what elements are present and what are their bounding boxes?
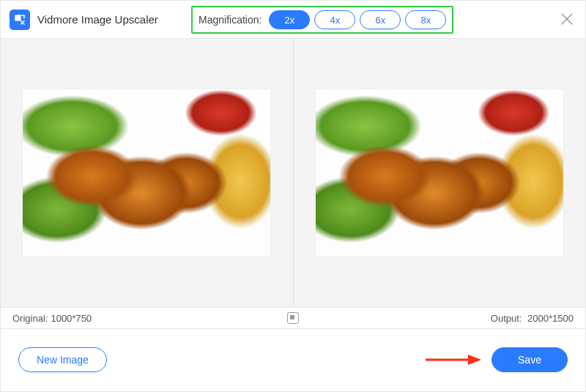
dimensions-bar: Original: 1000*750 Output: 2000*1500 [1, 307, 585, 329]
svg-rect-0 [15, 15, 21, 21]
app-window: Vidmore Image Upscaler Magnification: 2x… [0, 0, 586, 392]
compare-toggle-icon[interactable] [287, 312, 299, 324]
magnification-label: Magnification: [199, 14, 262, 26]
magnification-option-8x[interactable]: 8x [405, 10, 446, 29]
original-panel [1, 39, 293, 307]
arrow-annotation-icon [424, 352, 483, 367]
original-dim-label: Original: [12, 313, 48, 324]
app-title: Vidmore Image Upscaler [37, 13, 158, 26]
close-button[interactable] [559, 11, 575, 27]
magnification-group: Magnification: 2x 4x 6x 8x [191, 6, 453, 34]
food-photo-icon [316, 89, 563, 256]
output-dim: Output: 2000*1500 [491, 313, 574, 324]
magnification-option-2x[interactable]: 2x [269, 10, 310, 29]
magnification-option-6x[interactable]: 6x [360, 10, 401, 29]
output-dim-label: Output: [491, 313, 522, 324]
save-button[interactable]: Save [492, 347, 568, 372]
app-logo-icon [10, 10, 30, 30]
preview-area [1, 39, 585, 307]
header-bar: Vidmore Image Upscaler Magnification: 2x… [1, 1, 585, 39]
original-image [22, 89, 271, 257]
new-image-button[interactable]: New Image [18, 347, 107, 372]
svg-marker-4 [468, 355, 481, 365]
output-panel [294, 39, 586, 307]
output-image [315, 89, 564, 257]
magnification-option-4x[interactable]: 4x [314, 10, 355, 29]
footer-bar: New Image Save [1, 329, 585, 391]
output-dim-value: 2000*1500 [527, 313, 574, 324]
food-photo-icon [23, 89, 270, 256]
magnification-buttons: 2x 4x 6x 8x [269, 10, 446, 29]
original-dim-value: 1000*750 [51, 313, 92, 324]
